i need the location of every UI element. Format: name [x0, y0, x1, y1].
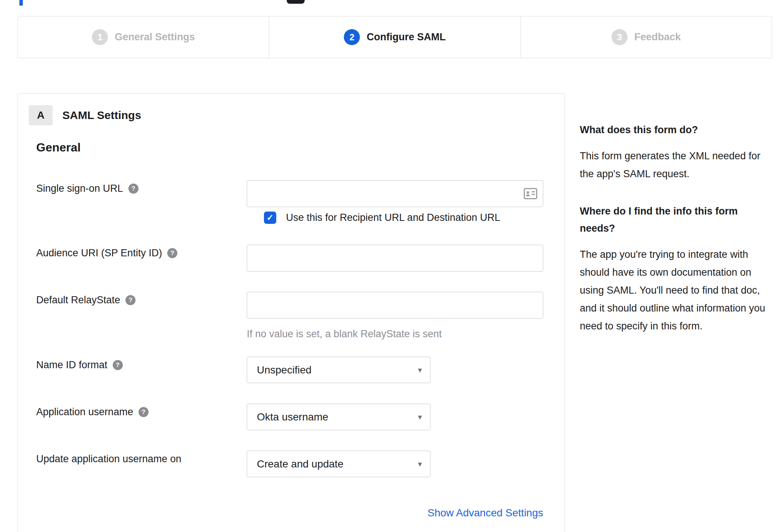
wizard-stepper: 1 General Settings 2 Configure SAML 3 Fe…	[18, 16, 772, 58]
relay-state-label-text: Default RelayState	[36, 294, 120, 306]
step-configure-saml[interactable]: 2 Configure SAML	[269, 16, 520, 58]
step-number-badge: 1	[92, 29, 108, 45]
page-title-fragment	[19, 0, 23, 6]
help-icon[interactable]: ?	[167, 248, 177, 258]
name-id-format-select[interactable]: Unspecified ▾	[247, 357, 430, 383]
step-feedback[interactable]: 3 Feedback	[521, 16, 772, 58]
relay-state-hint: If no value is set, a blank RelayState i…	[247, 328, 442, 340]
step-label: Configure SAML	[367, 31, 445, 43]
help-sidebar: What does this form do? This form genera…	[580, 122, 772, 355]
show-advanced-settings-link[interactable]: Show Advanced Settings	[427, 507, 543, 519]
recipient-url-checkbox[interactable]: ✓	[264, 212, 276, 224]
app-username-value: Okta username	[257, 411, 328, 423]
update-username-label-text: Update application username on	[36, 453, 181, 465]
sso-url-label: Single sign-on URL ?	[36, 183, 139, 194]
saml-settings-panel: A SAML Settings General Single sign-on U…	[18, 93, 565, 532]
app-username-label: Application username ?	[36, 406, 149, 418]
name-id-format-label: Name ID format ?	[36, 359, 123, 371]
update-username-select[interactable]: Create and update ▾	[247, 451, 430, 477]
chevron-down-icon: ▾	[418, 366, 422, 375]
audience-uri-input[interactable]	[247, 245, 543, 272]
app-username-select[interactable]: Okta username ▾	[247, 404, 430, 430]
step-label: General Settings	[115, 31, 195, 43]
help-icon[interactable]: ?	[128, 184, 139, 194]
step-number-badge: 2	[344, 29, 360, 45]
app-logo-fragment	[287, 0, 305, 4]
update-username-value: Create and update	[257, 458, 343, 470]
recipient-url-checkbox-row: ✓ Use this for Recipient URL and Destina…	[264, 212, 500, 224]
name-id-format-value: Unspecified	[257, 364, 311, 376]
audience-uri-label-text: Audience URI (SP Entity ID)	[36, 247, 162, 259]
group-title-general: General	[36, 141, 81, 154]
app-username-label-text: Application username	[36, 406, 133, 418]
relay-state-input[interactable]	[247, 292, 543, 319]
help-heading-what: What does this form do?	[580, 122, 772, 139]
recipient-url-checkbox-label[interactable]: Use this for Recipient URL and Destinati…	[286, 212, 500, 223]
update-username-label: Update application username on	[36, 453, 181, 465]
sso-url-input[interactable]	[247, 180, 543, 207]
help-heading-where: Where do I find the info this form needs…	[580, 203, 772, 237]
help-icon[interactable]: ?	[139, 407, 149, 417]
name-id-format-label-text: Name ID format	[36, 359, 108, 371]
step-number-badge: 3	[612, 29, 628, 45]
step-label: Feedback	[634, 31, 681, 43]
help-icon[interactable]: ?	[125, 295, 136, 305]
sso-url-label-text: Single sign-on URL	[36, 183, 123, 194]
help-body-where: The app you're trying to integrate with …	[580, 245, 772, 335]
step-general-settings[interactable]: 1 General Settings	[18, 16, 269, 58]
chevron-down-icon: ▾	[418, 413, 422, 422]
help-body-what: This form generates the XML needed for t…	[580, 147, 772, 183]
relay-state-label: Default RelayState ?	[36, 294, 136, 306]
contact-card-icon[interactable]	[524, 188, 537, 199]
section-a-badge: A	[29, 105, 53, 125]
help-icon[interactable]: ?	[113, 360, 123, 370]
audience-uri-label: Audience URI (SP Entity ID) ?	[36, 247, 177, 259]
chevron-down-icon: ▾	[418, 460, 422, 469]
section-title: SAML Settings	[62, 105, 141, 125]
